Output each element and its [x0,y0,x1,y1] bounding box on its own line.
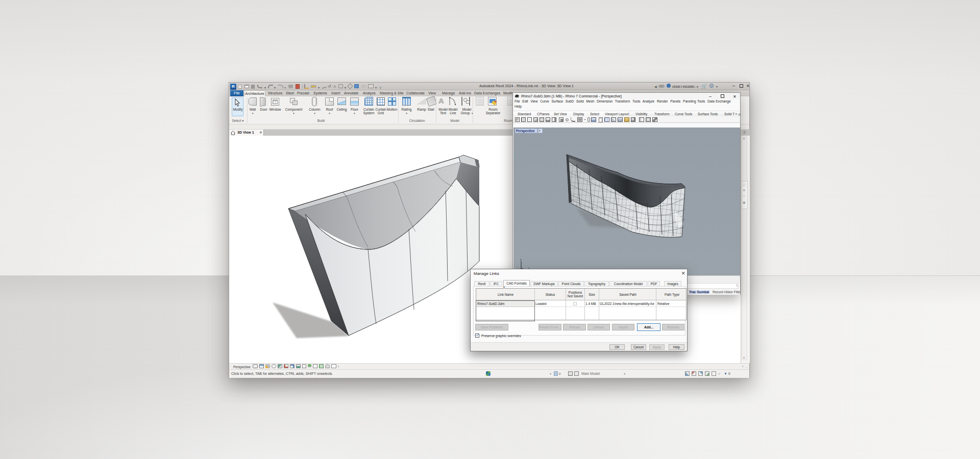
svg-text:z: z [520,258,522,261]
